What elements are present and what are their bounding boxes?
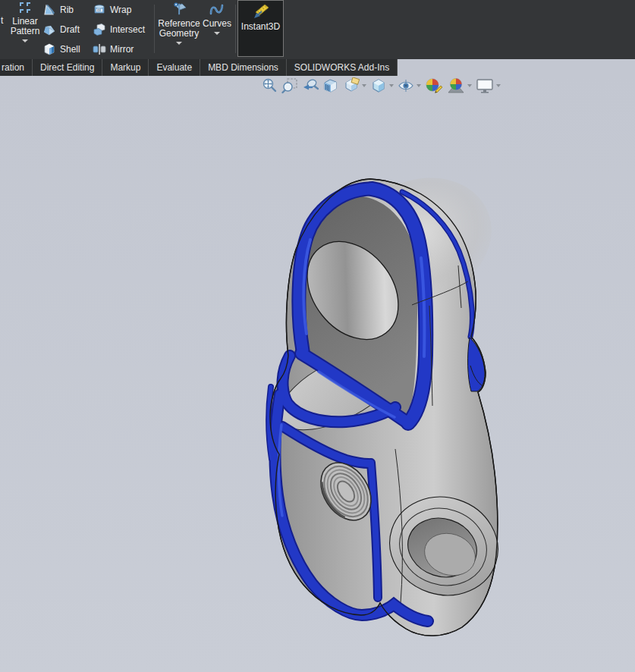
view-orientation-icon [370,77,387,94]
ribbon-separator [154,5,155,53]
model-canvas [0,76,635,672]
hide-show-items-button[interactable] [398,77,421,94]
intersect-label: Intersect [110,24,145,35]
dynamic-annotation-views-icon [343,77,360,94]
ribbon-separator [235,5,236,53]
intersect-icon [93,23,106,36]
mirror-button[interactable]: Mirror [93,40,152,58]
hide-show-items-dropdown-arrow[interactable] [417,84,421,87]
instant3d-button[interactable]: Instant3D [237,0,284,57]
tab-mbd-dimensions[interactable]: MBD Dimensions [200,59,287,76]
draft-icon [42,23,56,36]
view-settings-dropdown-arrow[interactable] [496,84,501,87]
previous-view-button[interactable] [302,77,319,94]
cutoff-button-label[interactable]: t [1,15,3,26]
view-settings-icon [476,77,494,94]
rib-icon [42,3,56,17]
previous-view-icon [302,77,319,94]
linear-pattern-icon [17,2,33,14]
apply-scene-icon [447,77,465,94]
right-crescent-fillet [468,338,485,391]
tab-evaluate[interactable]: Evaluate [149,59,200,76]
draft-label: Draft [60,24,80,35]
shell-button[interactable]: Shell [42,40,91,58]
view-settings-button[interactable] [476,77,501,94]
command-manager-ribbon: t Linear Pattern Rib Draft [0,0,635,59]
svg-text:cd: cd [97,8,101,12]
command-manager-tab-row: ration Direct Editing Markup Evaluate MB… [0,59,635,76]
curves-button[interactable]: Curves [200,2,234,58]
zoom-to-area-icon [281,77,298,94]
linear-pattern-dropdown-arrow[interactable] [22,39,28,42]
linear-pattern-button[interactable]: Linear Pattern [5,2,46,58]
reference-geometry-icon [170,2,188,17]
curves-icon [209,2,225,17]
dynamic-annotation-views-dropdown-arrow[interactable] [362,84,366,87]
solidworks-window: t Linear Pattern Rib Draft [0,0,635,672]
mirror-label: Mirror [110,44,134,55]
wrap-label: Wrap [110,5,131,15]
draft-button[interactable]: Draft [42,20,91,39]
shell-label: Shell [60,44,80,55]
instant3d-label: Instant3D [241,21,280,32]
hide-show-items-icon [398,77,414,94]
apply-scene-dropdown-arrow[interactable] [467,84,472,87]
intersect-button[interactable]: Intersect [93,20,152,39]
view-orientation-dropdown-arrow[interactable] [389,84,394,87]
linear-pattern-label: Linear Pattern [5,17,46,36]
instant3d-icon [251,3,271,20]
edit-appearance-button[interactable] [425,77,443,94]
rib-button[interactable]: Rib [42,1,91,19]
section-view-button[interactable] [322,77,339,94]
zoom-to-fit-button[interactable] [261,77,278,94]
3d-part-model[interactable] [268,157,511,636]
tab-direct-editing[interactable]: Direct Editing [33,59,102,76]
apply-scene-button[interactable] [447,77,472,94]
curves-label: Curves [203,19,231,29]
reference-geometry-dropdown-arrow[interactable] [176,42,182,45]
tab-solidworks-add-ins[interactable]: SOLIDWORKS Add-Ins [287,59,398,76]
heads-up-view-toolbar [261,77,501,94]
tab-row-empty-space [398,59,635,76]
reference-geometry-button[interactable]: Reference Geometry [156,2,202,58]
view-orientation-button[interactable] [370,77,394,94]
rib-label: Rib [60,5,74,15]
mirror-icon [93,42,106,56]
wrap-icon: cd [93,3,106,17]
zoom-to-fit-icon [261,77,278,94]
wrap-button[interactable]: cd Wrap [93,1,152,19]
tab-markup[interactable]: Markup [102,59,149,76]
section-view-icon [322,77,339,94]
shell-icon [42,42,56,56]
edit-appearance-icon [425,77,443,94]
dynamic-annotation-views-button[interactable] [343,77,366,94]
graphics-area[interactable] [0,76,635,672]
tab-features-cutoff[interactable]: ration [0,59,33,76]
reference-geometry-label: Reference Geometry [156,19,202,39]
zoom-to-area-button[interactable] [281,77,298,94]
curves-dropdown-arrow[interactable] [214,32,220,35]
